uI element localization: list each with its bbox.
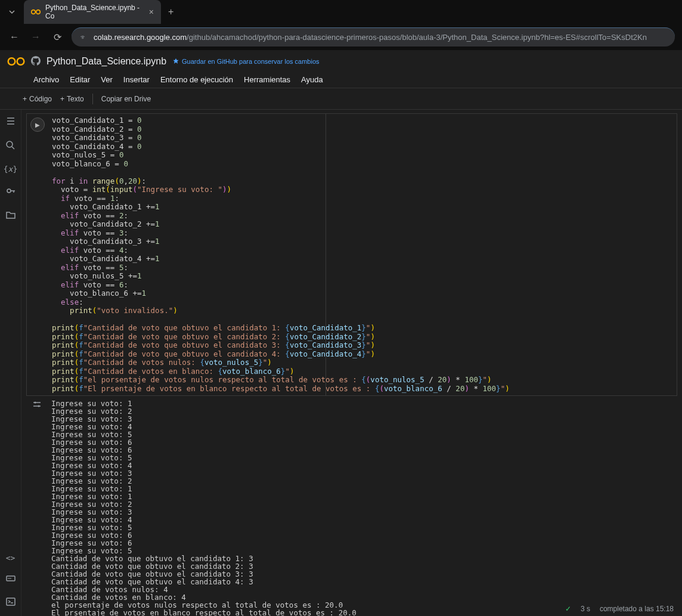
cell-area[interactable]: ▶ voto_Candidato_1 = 0 voto_Candidato_2 … — [21, 110, 682, 616]
colab-app: Python_Data_Science.ipynb Guardar en Git… — [0, 50, 682, 616]
editor-ruler — [326, 114, 326, 395]
colab-header: Python_Data_Science.ipynb Guardar en Git… — [0, 50, 682, 72]
colab-favicon-icon — [31, 7, 41, 17]
url-host: colab.research.google.com — [94, 33, 187, 42]
code-editor[interactable]: voto_Candidato_1 = 0 voto_Candidato_2 = … — [48, 114, 677, 395]
reload-button[interactable]: ⟳ — [50, 32, 64, 43]
copy-to-drive-button[interactable]: Copiar en Drive — [101, 95, 151, 103]
terminal-icon[interactable] — [5, 596, 16, 609]
output-gutter — [26, 396, 48, 616]
browser-tab-title: Python_Data_Science.ipynb - Co — [45, 4, 144, 20]
back-button[interactable]: ← — [7, 32, 21, 42]
menu-entorno[interactable]: Entorno de ejecución — [160, 75, 233, 84]
svg-point-1 — [36, 10, 41, 14]
colab-logo-icon[interactable] — [7, 55, 25, 67]
tab-list-dropdown[interactable] — [5, 5, 19, 19]
add-text-button[interactable]: + Texto — [60, 95, 84, 103]
svg-point-5 — [7, 189, 11, 193]
menu-insertar[interactable]: Insertar — [123, 75, 150, 84]
add-code-button[interactable]: + Código — [23, 95, 52, 103]
output-settings-icon[interactable] — [32, 400, 42, 616]
cell-output[interactable]: Ingrese su voto: 1 Ingrese su voto: 2 In… — [48, 396, 677, 616]
code-cell[interactable]: ▶ voto_Candidato_1 = 0 voto_Candidato_2 … — [26, 113, 677, 396]
svg-point-4 — [7, 141, 13, 147]
browser-nav-bar: ← → ⟳ ᯤ colab.research.google.com/github… — [0, 24, 682, 50]
menu-herramientas[interactable]: Herramientas — [244, 75, 290, 84]
svg-point-0 — [32, 10, 36, 14]
url-path: /github/ahcamachod/python-para-datascien… — [187, 33, 647, 42]
output-cell: Ingrese su voto: 1 Ingrese su voto: 2 In… — [26, 396, 677, 616]
toc-icon[interactable] — [5, 116, 16, 128]
run-cell-button[interactable]: ▶ — [30, 117, 45, 132]
files-icon[interactable] — [5, 210, 16, 222]
notebook-title[interactable]: Python_Data_Science.ipynb — [46, 56, 166, 67]
menu-ver[interactable]: Ver — [101, 75, 113, 84]
forward-button[interactable]: → — [29, 32, 43, 42]
site-info-icon[interactable]: ᯤ — [80, 33, 88, 42]
new-tab-button[interactable]: + — [168, 7, 173, 17]
cell-gutter: ▶ — [27, 114, 48, 395]
toolbar: + Código + Texto Copiar en Drive — [0, 88, 682, 110]
colab-body: {x} <> ▶ voto_Candidato_1 = 0 voto_Candi… — [0, 110, 682, 616]
browser-tab-bar: Python_Data_Science.ipynb - Co × + — [0, 0, 682, 24]
close-tab-icon[interactable]: × — [149, 7, 154, 17]
command-palette-icon[interactable] — [5, 573, 16, 586]
left-rail: {x} <> — [0, 110, 21, 616]
check-icon: ✓ — [565, 605, 571, 613]
menu-archivo[interactable]: Archivo — [33, 75, 59, 84]
menu-ayuda[interactable]: Ayuda — [301, 75, 323, 84]
completed-time: completado a las 15:18 — [600, 605, 674, 613]
url-bar[interactable]: ᯤ colab.research.google.com/github/ahcam… — [72, 27, 675, 47]
exec-time: 3 s — [581, 605, 590, 613]
browser-tab[interactable]: Python_Data_Science.ipynb - Co × — [24, 0, 161, 24]
variables-icon[interactable]: {x} — [4, 165, 17, 174]
code-snippets-icon[interactable]: <> — [6, 553, 16, 562]
status-bar: ✓ 3 s completado a las 15:18 — [557, 602, 682, 616]
svg-point-9 — [38, 405, 40, 407]
secrets-icon[interactable] — [5, 185, 16, 198]
menu-editar[interactable]: Editar — [70, 75, 90, 84]
menu-bar: Archivo Editar Ver Insertar Entorno de e… — [0, 72, 682, 88]
svg-point-8 — [35, 402, 36, 404]
search-icon[interactable] — [5, 140, 16, 153]
github-icon — [31, 56, 41, 67]
save-to-github-link[interactable]: Guardar en GitHub para conservar los cam… — [172, 58, 320, 65]
svg-point-3 — [17, 58, 24, 65]
toolbar-separator — [92, 94, 93, 104]
svg-point-2 — [8, 58, 16, 65]
